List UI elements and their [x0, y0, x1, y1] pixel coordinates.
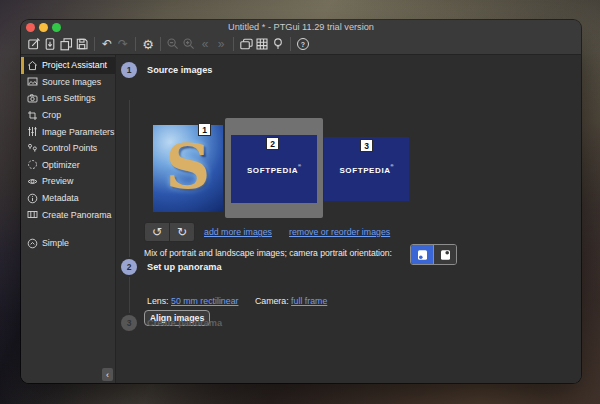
- camera-value-link[interactable]: full frame: [291, 296, 327, 306]
- step1-title: Source images: [147, 65, 212, 75]
- image-icon: [27, 76, 40, 87]
- undo-icon[interactable]: ↶: [99, 36, 115, 53]
- sidebar-item-image-parameters[interactable]: Image Parameters: [21, 123, 115, 140]
- previous-image-icon: «: [197, 36, 213, 53]
- lens-label: Lens:: [147, 296, 169, 306]
- step2-title: Set up panorama: [147, 262, 222, 272]
- detail-viewer-lamp-icon[interactable]: [270, 36, 286, 53]
- source-image-1-thumbnail[interactable]: S: [153, 125, 223, 212]
- eye-icon: [27, 176, 40, 187]
- sidebar: Project Assistant Source Images Lens Set…: [21, 55, 116, 383]
- toolbar: ↶ ↷ ⚙ « » ?: [21, 34, 581, 55]
- toolbar-separator: [290, 37, 291, 51]
- toolbar-separator: [94, 37, 95, 51]
- step-connector: [129, 100, 130, 257]
- rotate-cw-button[interactable]: ↻: [169, 223, 194, 241]
- toolbar-separator: [233, 37, 234, 51]
- next-image-icon: »: [213, 36, 229, 53]
- remove-reorder-images-link[interactable]: remove or reorder images: [289, 227, 390, 237]
- camera-label: Camera:: [255, 296, 289, 306]
- image-1-number-badge: 1: [198, 123, 211, 136]
- home-icon: [27, 60, 40, 71]
- camera-icon: [27, 93, 40, 104]
- project-assistant-panel: 1 Source images S SOFTPEDIA® SOFTPEDIA® …: [116, 55, 581, 383]
- toolbar-separator: [135, 37, 136, 51]
- control-points-pins-icon: [27, 143, 40, 154]
- sidebar-item-create-panorama[interactable]: Create Panorama: [21, 206, 115, 223]
- step2-badge: 2: [121, 259, 137, 275]
- portrait-orientation-toggle: [410, 244, 457, 265]
- zoom-in-icon: [181, 36, 197, 53]
- panorama-frame-icon: [27, 209, 40, 220]
- portrait-orientation-label: Mix of portrait and landscape images; ca…: [144, 248, 392, 258]
- new-project-icon[interactable]: [26, 36, 42, 53]
- step3-title: Create panorama: [147, 318, 222, 328]
- image-2-number-badge: 2: [266, 137, 279, 150]
- sidebar-item-lens-settings[interactable]: Lens Settings: [21, 90, 115, 107]
- sidebar-collapse-button[interactable]: ‹: [102, 368, 113, 381]
- step1-badge: 1: [121, 62, 137, 78]
- sidebar-item-source-images[interactable]: Source Images: [21, 74, 115, 91]
- redo-icon: ↷: [115, 36, 131, 53]
- lens-value-link[interactable]: 50 mm rectilinear: [171, 296, 238, 306]
- info-icon: [27, 193, 40, 204]
- sidebar-item-simple[interactable]: Simple: [21, 235, 115, 252]
- toolbar-separator: [160, 37, 161, 51]
- image-3-number-badge: 3: [360, 139, 373, 152]
- sidebar-item-optimizer[interactable]: Optimizer: [21, 157, 115, 174]
- step-connector: [129, 277, 130, 313]
- sidebar-item-crop[interactable]: Crop: [21, 107, 115, 124]
- title-bar: Untitled * - PTGui 11.29 trial version: [21, 20, 581, 34]
- crop-icon: [27, 110, 40, 121]
- ptgui-window: Untitled * - PTGui 11.29 trial version ↶…: [21, 20, 581, 383]
- chevron-up-circle-icon: [27, 238, 40, 249]
- lens-camera-row: Lens: 50 mm rectilinear Camera: full fra…: [147, 296, 327, 306]
- step3-badge: 3: [121, 315, 137, 331]
- add-images-icon[interactable]: [42, 36, 58, 53]
- sidebar-item-control-points[interactable]: Control Points: [21, 140, 115, 157]
- window-title: Untitled * - PTGui 11.29 trial version: [21, 22, 581, 32]
- sliders-icon: [27, 126, 40, 137]
- optimizer-icon: [27, 159, 40, 170]
- sidebar-item-project-assistant[interactable]: Project Assistant: [21, 57, 115, 74]
- save-icon[interactable]: [74, 36, 90, 53]
- sidebar-item-metadata[interactable]: Metadata: [21, 190, 115, 207]
- rotate-ccw-button[interactable]: ↺: [145, 223, 169, 241]
- camera-rotated-right-toggle[interactable]: [433, 245, 456, 264]
- control-points-table-icon[interactable]: [254, 36, 270, 53]
- add-more-images-link[interactable]: add more images: [204, 227, 272, 237]
- sidebar-item-preview[interactable]: Preview: [21, 173, 115, 190]
- rotate-button-group: ↺ ↻: [144, 222, 195, 242]
- panorama-editor-icon[interactable]: [238, 36, 254, 53]
- help-icon[interactable]: ?: [295, 36, 311, 53]
- duplicate-icon[interactable]: [58, 36, 74, 53]
- camera-rotated-left-toggle[interactable]: [411, 245, 433, 264]
- settings-gear-icon[interactable]: ⚙: [140, 36, 156, 53]
- zoom-out-icon: [165, 36, 181, 53]
